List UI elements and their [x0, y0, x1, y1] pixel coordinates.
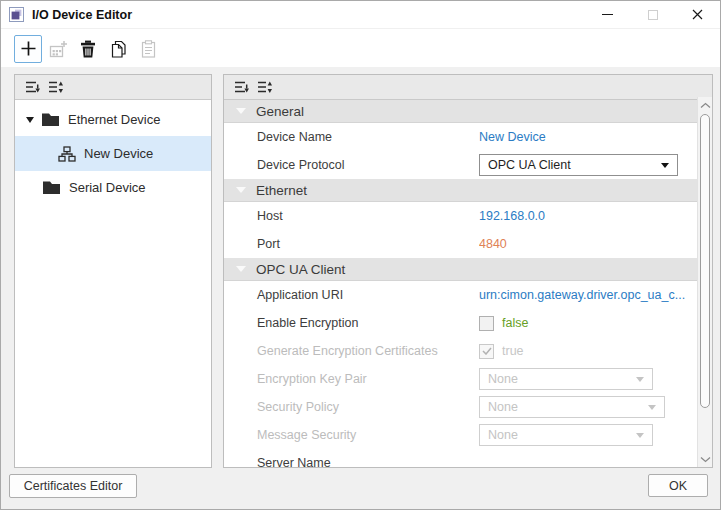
clipboard-paste-icon [141, 40, 156, 58]
folder-icon [42, 180, 61, 195]
row-application-uri[interactable]: Application URI urn:cimon.gateway.driver… [224, 281, 698, 309]
io-device-editor-window: I/O Device Editor [0, 0, 721, 510]
maximize-icon [648, 10, 658, 20]
generate-certificates-value: true [502, 344, 524, 358]
chevron-down-icon [636, 377, 644, 382]
row-generate-encryption-certificates: Generate Encryption Certificates true [224, 337, 698, 365]
main-area: Ethernet Device New Device [1, 67, 720, 509]
tree-panel-header [15, 75, 211, 100]
close-icon [692, 9, 703, 20]
copy-pages-icon [110, 40, 127, 58]
network-device-icon [58, 146, 76, 162]
app-logo-icon [9, 7, 25, 23]
chevron-down-icon [661, 163, 669, 168]
plus-icon [20, 40, 37, 57]
enable-encryption-checkbox[interactable] [479, 316, 494, 331]
section-ethernet[interactable]: Ethernet [224, 179, 698, 202]
expander-down-icon[interactable] [26, 117, 34, 123]
device-name-value[interactable]: New Device [479, 130, 698, 144]
device-protocol-dropdown[interactable]: OPC UA Client [479, 154, 678, 176]
scroll-up-icon[interactable] [698, 98, 713, 112]
property-panel-header [224, 75, 712, 100]
check-icon [482, 347, 492, 355]
minimize-icon [602, 14, 613, 15]
window-title: I/O Device Editor [32, 8, 132, 22]
collapse-all-icon[interactable] [233, 79, 250, 95]
scrollbar-thumb[interactable] [700, 114, 710, 408]
row-port[interactable]: Port 4840 [224, 230, 698, 258]
ok-button[interactable]: OK [648, 474, 708, 497]
add-station-button [44, 35, 72, 63]
collapse-all-icon[interactable] [24, 79, 41, 95]
generate-certificates-checkbox [479, 344, 494, 359]
vertical-scrollbar[interactable] [697, 97, 712, 467]
message-security-dropdown: None [479, 424, 653, 446]
application-uri-value[interactable]: urn:cimon.gateway.driver.opc_ua_c... [479, 288, 698, 302]
port-value[interactable]: 4840 [479, 237, 698, 251]
row-message-security: Message Security None [224, 421, 698, 449]
device-add-icon [49, 40, 68, 58]
delete-button[interactable] [74, 35, 102, 63]
certificates-editor-button[interactable]: Certificates Editor [9, 474, 137, 498]
enable-encryption-value: false [502, 316, 528, 330]
row-device-name[interactable]: Device Name New Device [224, 123, 698, 151]
add-device-button[interactable] [14, 35, 42, 63]
close-button[interactable] [675, 1, 720, 28]
row-security-policy: Security Policy None [224, 393, 698, 421]
toolbar [1, 30, 720, 67]
trash-icon [80, 40, 96, 58]
paste-button [134, 35, 162, 63]
chevron-down-icon [636, 433, 644, 438]
row-server-name[interactable]: Server Name [224, 449, 698, 467]
row-host[interactable]: Host 192.168.0.0 [224, 202, 698, 230]
copy-button[interactable] [104, 35, 132, 63]
expand-all-icon[interactable] [256, 79, 273, 95]
row-device-protocol: Device Protocol OPC UA Client [224, 151, 698, 179]
titlebar: I/O Device Editor [1, 1, 720, 29]
tree-item-label: Ethernet Device [68, 112, 161, 127]
tree-item-serial-device[interactable]: Serial Device [15, 171, 211, 204]
property-list: General Device Name New Device Device Pr… [224, 100, 698, 467]
folder-icon [41, 112, 60, 127]
section-opc-ua-client[interactable]: OPC UA Client [224, 258, 698, 281]
chevron-down-icon [648, 405, 656, 410]
section-collapse-icon [236, 266, 246, 272]
tree-item-new-device[interactable]: New Device [15, 136, 211, 171]
section-collapse-icon [236, 187, 246, 193]
row-enable-encryption: Enable Encryption false [224, 309, 698, 337]
host-value[interactable]: 192.168.0.0 [479, 209, 698, 223]
minimize-button[interactable] [585, 1, 630, 28]
section-collapse-icon [236, 108, 246, 114]
device-tree-panel: Ethernet Device New Device [14, 74, 212, 468]
device-tree: Ethernet Device New Device [15, 100, 211, 204]
encryption-key-pair-dropdown: None [479, 368, 653, 390]
expand-all-icon[interactable] [47, 79, 64, 95]
tree-item-label: Serial Device [69, 180, 146, 195]
maximize-button [630, 1, 675, 28]
tree-item-ethernet-device[interactable]: Ethernet Device [15, 103, 211, 136]
security-policy-dropdown: None [479, 396, 665, 418]
section-general[interactable]: General [224, 100, 698, 123]
row-encryption-key-pair: Encryption Key Pair None [224, 365, 698, 393]
property-panel: General Device Name New Device Device Pr… [223, 74, 713, 468]
tree-item-label: New Device [84, 146, 153, 161]
scroll-down-icon[interactable] [698, 452, 713, 466]
